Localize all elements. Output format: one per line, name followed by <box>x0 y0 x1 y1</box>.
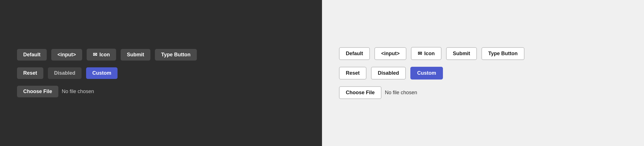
light-submit-button[interactable]: Submit <box>446 47 477 60</box>
light-icon-button-label: Icon <box>424 51 435 57</box>
light-panel: Default <input> ✉ Icon Submit Type Butto… <box>322 0 644 146</box>
light-custom-button[interactable]: Custom <box>410 67 443 80</box>
mail-icon-light: ✉ <box>418 50 422 57</box>
dark-custom-button[interactable]: Custom <box>86 67 118 79</box>
dark-file-input-row: Choose File No file chosen <box>17 86 94 97</box>
dark-reset-button[interactable]: Reset <box>17 67 43 79</box>
light-row-1: Default <input> ✉ Icon Submit Type Butto… <box>339 47 524 60</box>
dark-choose-file-button[interactable]: Choose File <box>17 86 58 97</box>
light-no-file-label: No file chosen <box>385 90 417 96</box>
dark-disabled-button: Disabled <box>48 67 82 79</box>
dark-typebutton-button[interactable]: Type Button <box>155 49 197 61</box>
light-disabled-button: Disabled <box>371 67 406 80</box>
light-reset-button[interactable]: Reset <box>339 67 366 80</box>
light-default-button[interactable]: Default <box>339 47 370 60</box>
light-icon-button[interactable]: ✉ Icon <box>411 47 442 60</box>
light-file-input-row: Choose File No file chosen <box>339 86 417 99</box>
dark-default-button[interactable]: Default <box>17 49 47 61</box>
dark-submit-button[interactable]: Submit <box>121 49 150 61</box>
dark-icon-button[interactable]: ✉ Icon <box>87 49 116 61</box>
dark-row-1: Default <input> ✉ Icon Submit Type Butto… <box>17 49 197 61</box>
light-input-button[interactable]: <input> <box>374 47 406 60</box>
dark-icon-button-label: Icon <box>99 52 110 58</box>
dark-row-2: Reset Disabled Custom <box>17 67 118 79</box>
dark-no-file-label: No file chosen <box>62 89 94 95</box>
dark-panel: Default <input> ✉ Icon Submit Type Butto… <box>0 0 322 146</box>
light-typebutton-button[interactable]: Type Button <box>481 47 524 60</box>
mail-icon: ✉ <box>93 51 97 58</box>
light-row-2: Reset Disabled Custom <box>339 67 443 80</box>
dark-input-button[interactable]: <input> <box>51 49 82 61</box>
light-choose-file-button[interactable]: Choose File <box>339 86 381 99</box>
